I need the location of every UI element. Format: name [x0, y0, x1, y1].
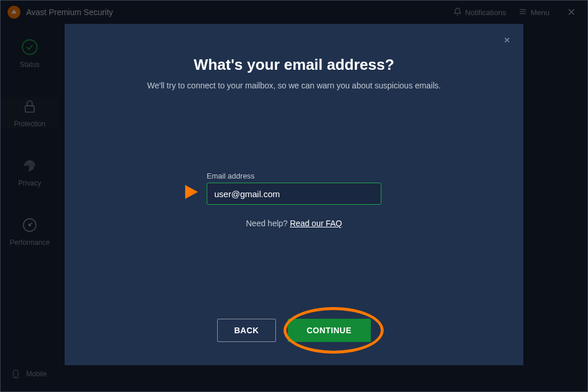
- back-button[interactable]: BACK: [217, 319, 275, 342]
- email-input[interactable]: [207, 183, 381, 205]
- close-icon: ✕: [504, 35, 511, 45]
- button-row: BACK CONTINUE: [217, 319, 371, 342]
- modal-close-button[interactable]: ✕: [504, 35, 511, 45]
- arrow-right-icon: [185, 185, 198, 199]
- email-field-label: Email address: [207, 172, 381, 180]
- email-field-wrapper: Email address: [207, 172, 381, 205]
- form-area: Email address Need help? Read our FAQ: [207, 172, 381, 228]
- help-text: Need help? Read our FAQ: [246, 219, 342, 228]
- modal-title: What's your email address?: [194, 56, 394, 74]
- modal-subtitle: We'll try to connect to your mailbox, so…: [147, 81, 441, 90]
- email-modal: ✕ What's your email address? We'll try t…: [65, 24, 523, 365]
- app-window: Avast Premium Security Notifications Men…: [0, 0, 588, 392]
- continue-button[interactable]: CONTINUE: [288, 319, 371, 342]
- help-prefix: Need help?: [246, 219, 290, 228]
- faq-link[interactable]: Read our FAQ: [290, 219, 342, 228]
